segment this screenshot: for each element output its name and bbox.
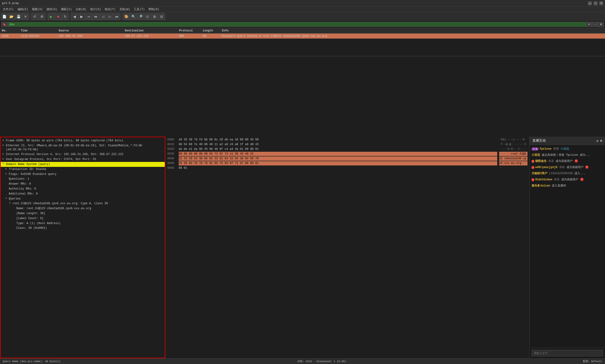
detail-row-authorityrr[interactable]: Authority RRs: 0 <box>1 186 165 192</box>
detail-row-frame[interactable]: ▶Frame 4288: 98 bytes on wire (784 bits)… <box>1 138 165 143</box>
first-packet-button[interactable]: ⏮ <box>92 13 99 20</box>
zoom-in-button[interactable]: 🔍 <box>130 13 137 20</box>
chat-action: LSSACAIDENDINO <box>549 172 575 175</box>
detail-text: Domain Name System (query) <box>6 162 163 166</box>
detail-row-questions[interactable]: Questions: 1 <box>1 177 165 182</box>
list-item: 游乐多Julian 进入直播间 <box>531 184 603 188</box>
menu-item-e[interactable]: 编辑(E) <box>16 7 30 12</box>
detail-text: Additional RRs: 0 <box>9 192 163 196</box>
list-item: V 6fpclose 投喂 小花花 <box>531 147 603 151</box>
detail-row-txid[interactable]: ▶Transaction ID: 0xa44a <box>1 167 165 172</box>
chat-username: w45ryeucjynj5 <box>535 166 557 169</box>
expand-icon: ▼ <box>5 197 9 200</box>
menu-item-c[interactable]: 捕获(C) <box>59 7 74 12</box>
forward-button[interactable]: ▶ <box>78 13 85 20</box>
detail-row-labelcount[interactable]: [Label Count: 6] <box>1 216 165 221</box>
cell-source: 192.168.31.168 <box>57 35 123 38</box>
menu-item-v[interactable]: 视图(V) <box>30 7 45 12</box>
detail-row-type[interactable]: Type: A (1) (Host Address) <box>1 221 165 226</box>
menu-item-h[interactable]: 帮助(H) <box>146 7 161 12</box>
detail-text: Transaction ID: 0xa44a <box>9 167 163 171</box>
prev-packet-button[interactable]: ◁ <box>100 13 106 20</box>
capture-options-button[interactable]: ⚙ <box>39 13 45 20</box>
hex-bytes: 32 33 20 63 30 65 65 32 61 64 32 64 38 0… <box>179 156 497 161</box>
detail-row-queries[interactable]: ▼Queries <box>1 196 165 201</box>
chat-header-icons: ↺ ⚙ <box>596 139 602 143</box>
stop-capture-button[interactable]: ■ <box>55 13 62 20</box>
minimize-button[interactable]: — <box>588 1 592 5</box>
detail-row-class[interactable]: Class: IN (0x0001) <box>1 226 165 231</box>
start-capture-button[interactable]: ▶ <box>48 13 54 20</box>
hex-offset: 0020 <box>167 147 177 151</box>
resize-columns-button[interactable]: ⊞ <box>151 13 158 20</box>
separator-4 <box>121 14 122 19</box>
col-header-no: No. <box>0 29 19 32</box>
middle-area: ▶Frame 4288: 98 bytes on wire (784 bits)… <box>0 137 605 358</box>
hex-ascii: ·· <box>499 166 528 170</box>
menu-item-w[interactable]: 无线(W) <box>117 7 132 12</box>
detail-row-namelen[interactable]: [Name Length: 38] <box>1 211 165 216</box>
filter-bookmark-button[interactable]: 🔖 <box>1 22 8 27</box>
goto-button[interactable]: ⇒ <box>85 13 92 20</box>
filter-dropdown-button[interactable]: ▼ <box>598 22 604 27</box>
chat-badge <box>531 160 534 163</box>
save-button[interactable]: 💾 <box>15 13 22 20</box>
menu-item-g[interactable]: 跳转(G) <box>45 7 59 12</box>
detail-row-name[interactable]: Name: root.XJ@123 c0ee2ad2d8.ipv6.xxx.eu… <box>1 206 165 211</box>
chat-badge <box>531 166 534 169</box>
close-file-button[interactable]: ✕ <box>22 13 29 20</box>
hex-row: 005076 36 03 78 78 78 02 65 75 03 6f 72 … <box>167 161 528 166</box>
expand-all-button[interactable]: ⊟ <box>158 13 165 20</box>
last-packet-button[interactable]: ⏭ <box>114 13 120 20</box>
colorize-button[interactable]: 🎨 <box>123 13 129 20</box>
filter-input[interactable] <box>8 22 586 27</box>
detail-row-udp[interactable]: ▶User Datagram Protocol, Src Port: 57674… <box>1 157 165 162</box>
chat-input[interactable] <box>531 350 603 356</box>
detail-row-flags[interactable]: ▶Flags: 0x0100 Standard query <box>1 172 165 177</box>
refresh-icon[interactable]: ↺ <box>596 139 598 143</box>
detail-row-ethernet[interactable]: ▶Ethernet II, Src: VMware_db:ea:16 (00:0… <box>1 143 165 152</box>
filterbar: 🔖 ✕ → ▼ <box>0 21 605 28</box>
hex-bytes: de de e1 da 00 35 00 48 8f c4 a4 4a 01 0… <box>179 147 497 151</box>
chat-username: 朝阳金生 <box>535 159 547 163</box>
detail-row-query1[interactable]: ▼root.XJ@123 c0ee2ad2d8.ipv6.xxx.eu.org:… <box>1 201 165 206</box>
reload-button[interactable]: ↺ <box>31 13 38 20</box>
detail-text: Questions: 1 <box>9 177 163 181</box>
next-packet-button[interactable]: ▷ <box>107 13 113 20</box>
detail-text: Answer RRs: 0 <box>9 182 163 186</box>
menu-item-f[interactable]: 文件(F) <box>1 7 16 12</box>
menu-item-s[interactable]: 统计(S) <box>88 7 103 12</box>
zoom-reset-button[interactable]: ⊙ <box>144 13 151 20</box>
chat-badge: V 6 <box>531 147 539 151</box>
hex-row: 003000 00 00 00 00 00 04 72 6f 74 11 58 … <box>167 152 528 156</box>
detail-row-additionalrr[interactable]: Additional RRs: 0 <box>1 192 165 196</box>
detail-row-dns[interactable]: ▼Domain Name System (query) <box>1 162 165 167</box>
filter-clear-button[interactable]: ✕ <box>586 22 592 27</box>
hex-row: 0000d4 35 38 7d fd 0b 00 0c 29 db ea 16 … <box>167 138 528 142</box>
cell-destination: 208.67.222.222 <box>123 35 177 38</box>
menu-item-t[interactable]: 工具(T) <box>132 7 146 12</box>
expand-icon: ▶ <box>3 139 6 142</box>
restart-capture-button[interactable]: ↻ <box>62 13 68 20</box>
settings-icon[interactable]: ⚙ <box>600 139 602 143</box>
close-button[interactable]: ✕ <box>599 1 603 5</box>
filter-apply-button[interactable]: → <box>592 22 598 27</box>
hex-bytes: 00 00 00 00 00 00 04 72 6f 74 11 58 43 4… <box>179 152 497 156</box>
open-button[interactable]: 📂 <box>8 13 15 20</box>
menu-item-y[interactable]: 电话(Y) <box>103 7 117 12</box>
zoom-out-button[interactable]: 🔎 <box>137 13 144 20</box>
separator-2 <box>46 14 47 19</box>
detail-row-ip[interactable]: ▶Internet Protocol Version 4, Src: 192.1… <box>1 152 165 157</box>
detail-row-answerrr[interactable]: Answer RRs: 0 <box>1 182 165 186</box>
new-capture-button[interactable]: 📄 <box>1 13 8 20</box>
list-item: 月她前3用户 LSSACAIDENDINO 进入... <box>531 171 603 176</box>
maximize-button[interactable]: □ <box>594 1 597 5</box>
table-row[interactable]: 4288 1124.042451 192.168.31.168 208.67.2… <box>0 34 605 39</box>
detail-text: Frame 4288: 98 bytes on wire (784 bits),… <box>6 139 163 143</box>
menu-item-a[interactable]: 分析(A) <box>74 7 88 12</box>
back-button[interactable]: ◀ <box>71 13 78 20</box>
detail-text: Flags: 0x0100 Standard query <box>9 172 163 176</box>
titlebar-controls: — □ ✕ <box>588 1 603 5</box>
hex-view: 0000d4 35 38 7d fd 0b 00 0c 29 db ea 16 … <box>166 137 529 358</box>
hex-ascii: ·T·~@·@········C <box>499 142 528 146</box>
